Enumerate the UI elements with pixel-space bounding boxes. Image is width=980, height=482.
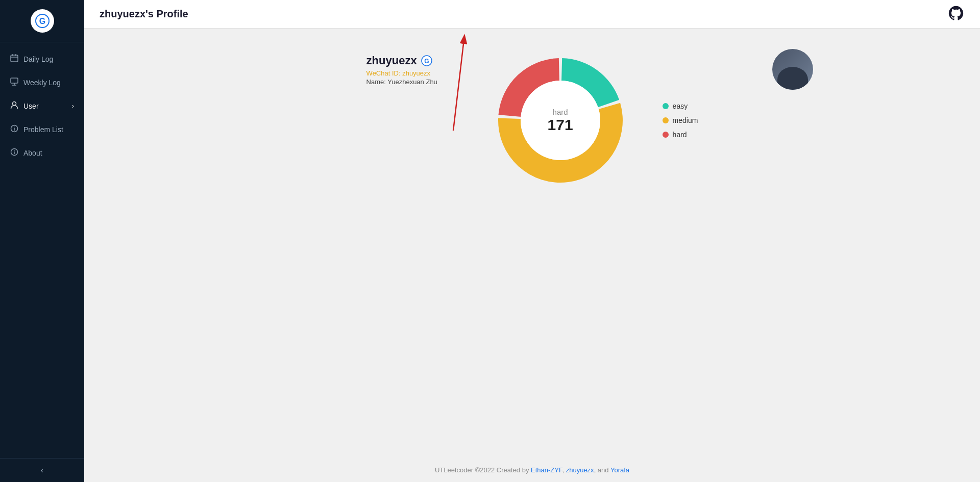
user-icon [10,101,18,111]
about-icon [10,148,18,158]
svg-rect-6 [11,78,18,83]
content-area: zhuyuezx G WeChat ID: zhuyuezx Name: Yue… [84,29,980,458]
legend-easy: easy [663,102,698,110]
chevron-right-icon: › [72,103,74,110]
github-link[interactable] [947,5,965,24]
sidebar-item-weekly-log-label: Weekly Log [23,79,61,87]
footer-author-yorafa[interactable]: Yorafa [610,466,629,474]
chart-legend: easy medium hard [663,102,698,139]
donut-svg [489,49,632,192]
sidebar-item-user[interactable]: User › [0,94,84,118]
user-info-block: zhuyuezx G WeChat ID: zhuyuezx Name: Yue… [366,49,469,86]
svg-text:G: G [424,58,429,65]
sidebar-item-about-label: About [23,149,42,157]
sidebar-nav: Daily Log Weekly Log User › [0,42,84,458]
svg-point-20 [521,81,600,160]
sidebar-item-problem-list[interactable]: Problem List [0,118,84,141]
legend-hard: hard [663,131,698,139]
avatar-image [772,49,813,90]
collapse-icon: ‹ [41,466,43,475]
svg-point-12 [14,126,15,128]
legend-easy-label: easy [673,102,688,110]
sidebar-item-weekly-log[interactable]: Weekly Log [0,71,84,94]
svg-text:G: G [39,17,45,26]
profile-section: zhuyuezx G WeChat ID: zhuyuezx Name: Yue… [252,49,813,192]
main-content: zhuyuezx's Profile zhuyuezx G WeChat ID:… [84,0,980,482]
calendar-icon [10,54,18,64]
legend-hard-label: hard [673,131,687,139]
footer-author-zhuyuezx[interactable]: zhuyuezx [566,466,594,474]
footer: UTLeetcoder ©2022 Created by Ethan-ZYF, … [84,458,980,482]
chart-wrapper: hard 171 easy medium [489,49,698,192]
legend-medium-label: medium [673,116,698,124]
username-row: zhuyuezx G [366,54,432,67]
svg-point-9 [13,102,16,106]
donut-chart: hard 171 [489,49,632,192]
legend-medium: medium [663,116,698,124]
svg-rect-2 [11,55,18,62]
svg-point-15 [14,150,15,151]
username: zhuyuezx [366,54,417,67]
footer-text: UTLeetcoder ©2022 Created by [435,466,531,474]
easy-dot [663,103,669,109]
sidebar-item-user-label: User [23,102,39,110]
github-icon [947,5,965,22]
monitor-icon [10,78,18,88]
sidebar-item-about[interactable]: About [0,141,84,165]
hard-dot [663,132,669,138]
header: zhuyuezx's Profile [84,0,980,29]
sidebar: G Daily Log [0,0,84,482]
info-circle-icon [10,124,18,135]
sidebar-item-daily-log-label: Daily Log [23,55,53,63]
app-logo: G [31,9,54,33]
sidebar-logo[interactable]: G [0,0,84,42]
real-name: Name: Yuezhexuan Zhu [366,78,437,86]
page-title: zhuyuezx's Profile [100,8,188,20]
sidebar-item-problem-list-label: Problem List [23,125,63,134]
medium-dot [663,117,669,123]
footer-author-ethan[interactable]: Ethan-ZYF [531,466,562,474]
user-logo-icon: G [421,55,432,66]
sidebar-item-daily-log[interactable]: Daily Log [0,47,84,71]
sidebar-collapse-button[interactable]: ‹ [0,458,84,482]
wechat-id: WeChat ID: zhuyuezx [366,69,430,77]
